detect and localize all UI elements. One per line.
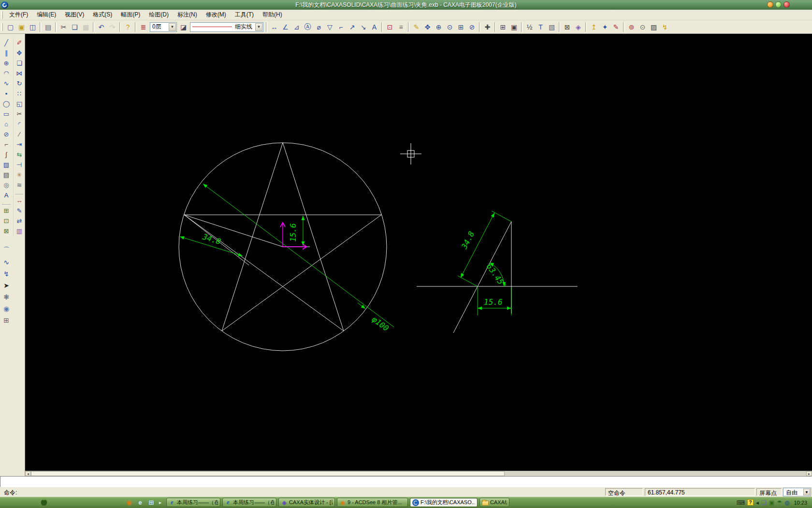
fit-window-button[interactable]: ✚ xyxy=(482,22,493,32)
menu-item-8[interactable]: 修改(M) xyxy=(202,10,231,19)
dim-line-diameter[interactable] xyxy=(203,184,394,327)
image-tool-button[interactable]: ▧ xyxy=(546,22,557,32)
measure-tool-button[interactable]: ≡ xyxy=(395,22,406,32)
menu-item-7[interactable]: 标注(N) xyxy=(173,10,202,19)
network-icon[interactable]: ❏ xyxy=(761,499,767,506)
datum-symbol-button[interactable]: Ⓐ xyxy=(302,22,313,32)
dimension-update-button[interactable]: ⇄ xyxy=(14,216,25,226)
chevron-down-icon[interactable]: ▼ xyxy=(255,23,262,31)
undo-button[interactable]: ↶ xyxy=(96,22,107,32)
dim-text-edge[interactable]: 34.8 xyxy=(459,230,476,251)
fillet-button[interactable]: ◜ xyxy=(14,119,25,129)
snap-mode-select[interactable]: 自由 ▼ xyxy=(783,488,811,496)
security-icon[interactable]: ▣ xyxy=(769,499,774,506)
menu-item-5[interactable]: 幅面(P) xyxy=(116,10,145,19)
hatch-edit-button[interactable]: ▨ xyxy=(648,22,659,32)
menu-item-1[interactable]: 文件(F) xyxy=(5,10,32,19)
ellipse-button[interactable]: ◯ xyxy=(0,99,12,109)
break-button[interactable]: ⊣ xyxy=(14,160,25,170)
text-button[interactable]: A xyxy=(0,190,12,200)
open-button[interactable]: ▣ xyxy=(16,22,27,32)
save-button[interactable]: ◫ xyxy=(27,22,38,32)
dim-text-base[interactable]: 15.6 xyxy=(484,298,503,307)
raster-region-button[interactable]: ◎ xyxy=(0,180,12,190)
drawing-canvas[interactable]: 34.8 15.6 φ100 34.8 63.45° 15.6 xyxy=(25,34,812,471)
pan-button[interactable]: ✥ xyxy=(422,22,433,32)
quicklaunch-tiger-icon[interactable]: ◉ xyxy=(125,499,133,507)
move-button[interactable]: ✥ xyxy=(14,48,25,58)
style-brush-button[interactable]: ▥ xyxy=(14,226,25,236)
task-button-5[interactable]: F:\我的文档\CAXASO... xyxy=(410,498,478,507)
section-symbol-button[interactable]: ⌐ xyxy=(335,22,347,32)
zoom-in-button[interactable]: ⊕ xyxy=(433,22,444,32)
input-help-icon[interactable]: ? xyxy=(747,499,754,506)
chamfer-dimension-button[interactable]: ⊿ xyxy=(291,22,302,32)
layer-tools-button[interactable]: ≋ xyxy=(14,180,25,190)
block-attribute-button[interactable]: ⊡ xyxy=(0,216,12,226)
horizontal-scrollbar[interactable]: ◄ ► xyxy=(25,471,812,476)
contour-button[interactable]: ∫ xyxy=(0,149,12,160)
frame-text-button[interactable]: ▣ xyxy=(508,22,520,32)
zoom-all-button[interactable]: ⊞ xyxy=(455,22,466,32)
spline-button[interactable]: ∿ xyxy=(0,78,12,89)
task-button-4[interactable]: ◉9 - ACDSee 8 相片管... xyxy=(337,498,408,507)
task-button-1[interactable]: e本周练习——（在总... xyxy=(166,498,220,507)
menu-item-3[interactable]: 视图(V) xyxy=(60,10,88,19)
block-trim-button[interactable]: ⊠ xyxy=(562,22,573,32)
redo-button[interactable]: ↷ xyxy=(107,22,118,32)
roughness-symbol-button[interactable]: ▽ xyxy=(324,22,335,32)
leader-note-button[interactable]: ↗ xyxy=(347,22,358,32)
chevron-down-icon[interactable]: ▼ xyxy=(803,489,810,495)
line-button[interactable]: ╱ xyxy=(0,38,12,48)
coordinate-dimension-button[interactable]: ∠ xyxy=(280,22,291,32)
mirror-button[interactable]: ⋈ xyxy=(14,68,25,78)
new-button[interactable]: ▢ xyxy=(5,22,16,32)
arc-button[interactable]: ◠ xyxy=(0,68,12,78)
block-create-button[interactable]: ✦ xyxy=(599,22,610,32)
close-button[interactable] xyxy=(783,1,790,8)
frame-window-button[interactable]: ⊞ xyxy=(497,22,508,32)
dim-text-angle[interactable]: 63.45° xyxy=(485,262,508,290)
polygon-button[interactable]: ⌂ xyxy=(0,119,12,129)
linetype-select[interactable]: 细实线▼ xyxy=(190,22,263,32)
rotate-button[interactable]: ↻ xyxy=(14,78,25,89)
quicklaunch-ie-icon[interactable]: e xyxy=(136,499,144,507)
linetype-manager-button[interactable]: ◪ xyxy=(178,22,189,32)
command-history-box[interactable] xyxy=(0,476,812,487)
circle-button[interactable]: ⊕ xyxy=(0,58,12,68)
layer-manager-button[interactable]: ≣ xyxy=(138,22,149,32)
profile-draw-button[interactable]: ⊞ xyxy=(0,314,12,326)
ole-object-button[interactable]: ⊚ xyxy=(626,22,637,32)
zigzag-line-button[interactable]: ↯ xyxy=(0,268,12,280)
chevron-down-icon[interactable]: ▼ xyxy=(169,23,176,31)
task-button-2[interactable]: e本周练习——（在总... xyxy=(222,498,276,507)
scroll-right-icon[interactable]: ► xyxy=(806,471,812,476)
pattern-fill-button[interactable]: ▤ xyxy=(0,170,12,180)
zoom-window-button[interactable]: ⊡ xyxy=(384,22,395,32)
keyboard-icon[interactable]: ⌨ xyxy=(737,499,745,506)
array-button[interactable]: ∷ xyxy=(14,89,25,99)
block-insert-button[interactable]: ↥ xyxy=(588,22,599,32)
command-prompt[interactable]: 命令: xyxy=(4,489,17,497)
paste-button[interactable]: ▦ xyxy=(80,22,91,32)
block-combine-button[interactable]: ⊞ xyxy=(0,206,12,216)
layer-select[interactable]: 0层▼ xyxy=(150,22,177,32)
task-button-6[interactable]: CAXA练习 xyxy=(479,498,509,507)
fraction-text-button[interactable]: ½ xyxy=(524,22,535,32)
umbrella-icon[interactable]: ☂ xyxy=(777,499,782,506)
scroll-left-icon[interactable]: ◄ xyxy=(25,471,31,476)
block-library-button[interactable]: ⊠ xyxy=(0,226,12,236)
hatch-button[interactable]: ▨ xyxy=(0,160,12,170)
hole-draw-button[interactable]: ◉ xyxy=(0,303,12,314)
chamfer-button[interactable]: ∕ xyxy=(14,129,25,139)
quicklaunch-desktop-icon[interactable]: ⊞ xyxy=(147,499,155,507)
copy-entity-button[interactable]: ❏ xyxy=(14,58,25,68)
dimension-button[interactable]: ↔ xyxy=(269,22,280,32)
scrollbar-thumb[interactable] xyxy=(31,471,505,476)
stretch-button[interactable]: ⇆ xyxy=(14,149,25,160)
redraw-button[interactable]: ✎ xyxy=(411,22,422,32)
help-button[interactable]: ? xyxy=(122,22,133,32)
explode-button[interactable]: ✳ xyxy=(14,170,25,180)
view-symbol-button[interactable]: ↘ xyxy=(358,22,369,32)
task-button-3[interactable]: ◆CAXA实体设计 - [设... xyxy=(278,498,335,507)
